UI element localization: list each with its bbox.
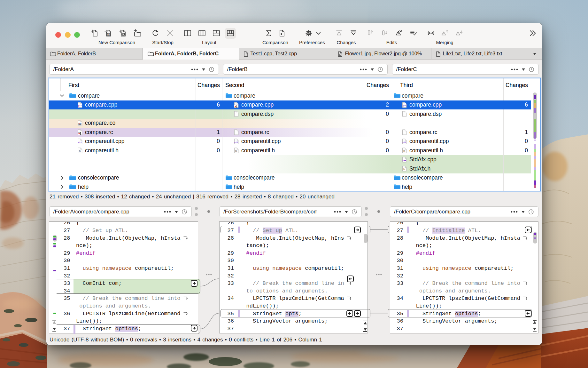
svg-text:01: 01 bbox=[108, 34, 110, 36]
